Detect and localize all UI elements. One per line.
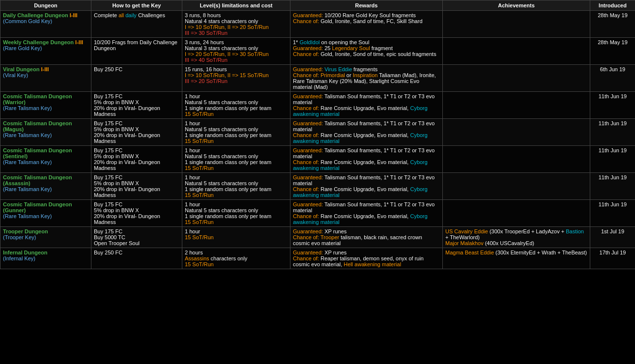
level-cell: 3 runs, 8 hoursNatural 4 stars character… — [182, 11, 290, 38]
how-to-get-cell: 10/200 Frags from Daily Challenge Dungeo… — [91, 38, 182, 65]
rewards-cell: Guaranteed: Talisman Soul framents, 1* T… — [290, 146, 443, 173]
table-row: Cosmic Talisman Dungeon (Magus)(Rare Tal… — [0, 119, 635, 146]
level-cell: 1 hourNatural 5 stars characters only1 s… — [182, 200, 290, 227]
achievements-cell — [443, 173, 590, 200]
achievements-cell — [443, 38, 590, 65]
introduced-cell: 28th May 19 — [590, 38, 635, 65]
table-row: Cosmic Talisman Dungeon (Assassin)(Rare … — [0, 173, 635, 200]
introduced-cell: 11th Jun 19 — [590, 173, 635, 200]
level-cell: 1 hourNatural 5 stars characters only1 s… — [182, 173, 290, 200]
dungeon-cell: Viral Dungeon I-III(Viral Key) — [0, 65, 91, 92]
rewards-cell: Guaranteed: Virus Eddie fragmentsChance … — [290, 65, 443, 92]
level-cell: 1 hourNatural 5 stars characters only1 s… — [182, 146, 290, 173]
how-to-get-cell: Buy 175 FC5% drop in BNW X20% drop in Vi… — [91, 119, 182, 146]
header-key: How to get the Key — [91, 0, 182, 11]
how-to-get-cell: Buy 175 FC5% drop in BNW X20% drop in Vi… — [91, 92, 182, 119]
how-to-get-cell: Buy 250 FC — [91, 248, 182, 269]
table-row: Daily Challenge Dungeon I-III(Common Gol… — [0, 11, 635, 38]
table-row: Cosmic Talisman Dungeon (Sentinel)(Rare … — [0, 146, 635, 173]
header-level: Level(s) limitations and cost — [182, 0, 290, 11]
how-to-get-cell: Buy 175 FC5% drop in BNW X20% drop in Vi… — [91, 173, 182, 200]
dungeon-cell: Cosmic Talisman Dungeon (Warrior)(Rare T… — [0, 92, 91, 119]
achievements-cell — [443, 146, 590, 173]
dungeon-cell: Cosmic Talisman Dungeon (Magus)(Rare Tal… — [0, 119, 91, 146]
table-row: Cosmic Talisman Dungeon (Warrior)(Rare T… — [0, 92, 635, 119]
introduced-cell: 28th May 19 — [590, 11, 635, 38]
table-row: Infernal Dungeon(Infernal Key)Buy 250 FC… — [0, 248, 635, 269]
introduced-cell: 1st Jul 19 — [590, 227, 635, 248]
header-achievements: Achievements — [443, 0, 590, 11]
rewards-cell: Guaranteed: XP runesChance of: Trooper t… — [290, 227, 443, 248]
table-row: Viral Dungeon I-III(Viral Key)Buy 250 FC… — [0, 65, 635, 92]
dungeon-cell: Cosmic Talisman Dungeon (Gunner)(Rare Ta… — [0, 200, 91, 227]
how-to-get-cell: Complete all daily Challenges — [91, 11, 182, 38]
dungeon-cell: Daily Challenge Dungeon I-III(Common Gol… — [0, 11, 91, 38]
dungeon-cell: Weekly Challenge Dungeon I-III(Rare Gold… — [0, 38, 91, 65]
introduced-cell: 11th Jun 19 — [590, 119, 635, 146]
introduced-cell: 11th Jun 19 — [590, 92, 635, 119]
header-introduced: Introduced — [590, 0, 635, 11]
header-rewards: Rewards — [290, 0, 443, 11]
achievements-cell — [443, 119, 590, 146]
rewards-cell: Guaranteed: 10/200 Rare Gold Key Soul fr… — [290, 11, 443, 38]
how-to-get-cell: Buy 175 FC5% drop in BNW X20% drop in Vi… — [91, 146, 182, 173]
rewards-cell: 1* GoldIdol on opening the SoulGuarantee… — [290, 38, 443, 65]
main-table: Dungeon How to get the Key Level(s) limi… — [0, 0, 635, 269]
dungeon-cell: Cosmic Talisman Dungeon (Sentinel)(Rare … — [0, 146, 91, 173]
rewards-cell: Guaranteed: Talisman Soul framents, 1* T… — [290, 173, 443, 200]
achievements-cell: US Cavalry Eddie (300x TrooperEd + LadyA… — [443, 227, 590, 248]
achievements-cell: Magma Beast Eddie (300x EternityEd + Wra… — [443, 248, 590, 269]
dungeon-cell: Cosmic Talisman Dungeon (Assassin)(Rare … — [0, 173, 91, 200]
introduced-cell: 17th Jul 19 — [590, 248, 635, 269]
how-to-get-cell: Buy 250 FC — [91, 65, 182, 92]
level-cell: 2 hoursAssassins characters only15 SoT/R… — [182, 248, 290, 269]
dungeon-cell: Infernal Dungeon(Infernal Key) — [0, 248, 91, 269]
introduced-cell: 11th Jun 19 — [590, 200, 635, 227]
level-cell: 3 runs, 24 hoursNatural 3 stars characte… — [182, 38, 290, 65]
level-cell: 1 hour15 SoT/Run — [182, 227, 290, 248]
level-cell: 15 runs, 16 hoursI => 10 SoT/Run, II => … — [182, 65, 290, 92]
rewards-cell: Guaranteed: Talisman Soul framents, 1* T… — [290, 200, 443, 227]
achievements-cell — [443, 92, 590, 119]
rewards-cell: Guaranteed: Talisman Soul framents, 1* T… — [290, 92, 443, 119]
table-row: Weekly Challenge Dungeon I-III(Rare Gold… — [0, 38, 635, 65]
achievements-cell — [443, 200, 590, 227]
achievements-cell — [443, 65, 590, 92]
table-row: Trooper Dungeon(Trooper Key)Buy 175 FCBu… — [0, 227, 635, 248]
how-to-get-cell: Buy 175 FCBuy 5000 TCOpen Trooper Soul — [91, 227, 182, 248]
level-cell: 1 hourNatural 5 stars characters only1 s… — [182, 119, 290, 146]
rewards-cell: Guaranteed: Talisman Soul framents, 1* T… — [290, 119, 443, 146]
how-to-get-cell: Buy 175 FC5% drop in BNW X20% drop in Vi… — [91, 200, 182, 227]
introduced-cell: 6th Jun 19 — [590, 65, 635, 92]
introduced-cell: 11th Jun 19 — [590, 146, 635, 173]
rewards-cell: Guaranteed: XP runesChance of: Reaper ta… — [290, 248, 443, 269]
header-dungeon: Dungeon — [0, 0, 91, 11]
achievements-cell — [443, 11, 590, 38]
table-row: Cosmic Talisman Dungeon (Gunner)(Rare Ta… — [0, 200, 635, 227]
level-cell: 1 hourNatural 5 stars characters only1 s… — [182, 92, 290, 119]
dungeon-cell: Trooper Dungeon(Trooper Key) — [0, 227, 91, 248]
